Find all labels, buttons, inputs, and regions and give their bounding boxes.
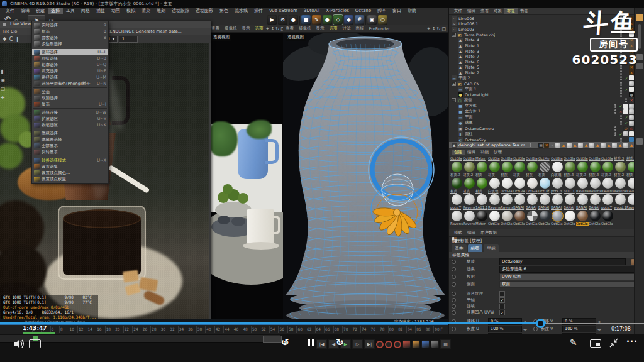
selection-field[interactable]: 多边形选集.6 (499, 266, 639, 273)
menubar-item-创建[interactable]: 创建 (33, 8, 48, 14)
environment-floor-icon[interactable]: # (355, 15, 364, 25)
timeline-ruler[interactable]: 0246810121416182022242628303234363840424… (0, 325, 448, 334)
frame-field[interactable] (263, 336, 282, 343)
samples-field[interactable]: 1 (119, 36, 138, 43)
tag-s-icon[interactable] (555, 143, 560, 148)
menubar-item-运动跟踪[interactable]: 运动跟踪 (169, 8, 192, 14)
object-row-立方体[interactable]: ■立方体✓ (449, 103, 635, 109)
dot-top[interactable] (530, 143, 531, 145)
material-label[interactable]: 材质 (513, 173, 526, 177)
material-label[interactable]: OctGla (488, 156, 501, 161)
lv-white-balance-icon[interactable]: ✚ (1, 95, 6, 101)
viewport-menu-选项[interactable]: 选项 (253, 26, 266, 31)
material-label[interactable]: pots.T (601, 206, 614, 210)
dot-bottom[interactable] (620, 95, 622, 97)
material-swatch[interactable] (589, 177, 601, 189)
material-label[interactable] (614, 222, 626, 226)
material-swatch[interactable] (463, 194, 475, 206)
viewport-perspective-left[interactable]: 查看摄像机显示选项+↕↻□ 透视视图 (209, 25, 284, 319)
menu-item-循环选择[interactable]: 循环选择U~L (32, 49, 108, 55)
video-progress-rest[interactable] (546, 323, 644, 324)
material-label[interactable]: OctGlo (576, 222, 589, 226)
attr-menu-编辑[interactable]: 编辑 (465, 230, 478, 236)
material-swatch[interactable] (450, 177, 463, 189)
material-label[interactable]: OctGla (526, 222, 538, 226)
object-row-立方体.1[interactable]: ■立方体.1✕ (449, 109, 635, 114)
material-label[interactable]: Mater (475, 222, 488, 226)
material-swatch[interactable] (614, 177, 626, 189)
lv-tool-icon-1[interactable]: ✱ (3, 36, 7, 42)
tag-x-icon[interactable]: ✕ (544, 143, 549, 148)
material-label[interactable]: BANAI (513, 206, 526, 210)
material-label[interactable]: OctGla (538, 222, 551, 226)
dot-top[interactable] (620, 76, 622, 78)
dot-bottom[interactable] (614, 129, 616, 131)
primitive-cube-icon[interactable]: ■ (301, 15, 311, 25)
material-label[interactable]: Ravens (463, 206, 475, 210)
record-button-0[interactable] (376, 341, 384, 348)
material-label[interactable]: 材质.3 (564, 173, 576, 177)
material-swatch[interactable] (538, 194, 551, 206)
material-swatch[interactable] (501, 161, 513, 173)
bump-checkbox[interactable]: ✓ (499, 310, 505, 315)
forward-30-button[interactable]: ↻30 (336, 337, 344, 348)
expand-toggle[interactable]: − (452, 33, 456, 37)
material-label[interactable]: pots.B (551, 189, 564, 194)
lv-focus-icon[interactable]: ◉ (1, 77, 6, 83)
menubar-item-工具[interactable]: 工具 (63, 8, 78, 14)
tab-坐标[interactable]: 坐标 (484, 244, 499, 252)
material-label[interactable]: 材质.2 (614, 173, 626, 177)
dot-top[interactable] (614, 126, 616, 128)
material-swatch[interactable] (589, 210, 601, 222)
attr-menu-模式[interactable]: 模式 (452, 230, 465, 236)
material-menu-创建[interactable]: 创建 (452, 150, 465, 155)
menubar-item-动画[interactable]: 动画 (108, 8, 123, 14)
material-label[interactable]: 1A01.1 (475, 206, 488, 210)
pip-icon[interactable] (590, 339, 601, 348)
pan-icon[interactable]: + (427, 25, 431, 33)
menubar-item-编辑[interactable]: 编辑 (18, 8, 33, 14)
material-swatch[interactable] (526, 161, 538, 173)
deformer-icon[interactable]: ◆ (344, 15, 353, 25)
menubar-item-渲染[interactable]: 渲染 (138, 8, 153, 14)
material-swatch[interactable] (551, 161, 564, 173)
dot-top[interactable] (614, 104, 616, 106)
material-swatch[interactable] (538, 210, 551, 222)
material-label[interactable]: OctGla (501, 222, 513, 226)
generator-subdiv-icon[interactable]: ● (323, 15, 332, 25)
material-swatch[interactable] (551, 210, 564, 222)
material-label[interactable]: OctGla (601, 222, 614, 226)
material-label[interactable]: OctGla (513, 189, 526, 194)
keyframe-toggle-3[interactable] (431, 340, 439, 348)
camera-tool-icon[interactable]: ▣ (367, 15, 377, 25)
tag-w-icon[interactable] (623, 104, 628, 109)
material-swatch[interactable] (538, 177, 551, 189)
material-label[interactable]: BANAI (526, 206, 538, 210)
material-label[interactable]: OctGla (450, 156, 463, 161)
material-label[interactable]: 材质 (526, 173, 538, 177)
tag-w-icon[interactable] (629, 75, 634, 80)
visibility-dots[interactable] (530, 143, 531, 147)
seamless-checkbox[interactable] (499, 304, 505, 309)
menubar-item-捕捉[interactable]: 捕捉 (93, 8, 108, 14)
tab-标签[interactable]: 标签 (468, 244, 483, 252)
material-label[interactable]: Ravens (450, 222, 463, 226)
menu-item-框选[interactable]: 框选0 (32, 28, 108, 35)
menu-item-全部显示[interactable]: 全部显示 (32, 143, 108, 149)
visibility-dots[interactable] (614, 109, 616, 114)
tag-s-icon[interactable] (629, 115, 634, 120)
tag-bl-icon[interactable] (629, 137, 634, 142)
record-button-1[interactable] (385, 341, 392, 348)
material-label[interactable]: 材质 (475, 189, 488, 194)
material-label[interactable]: BANAI (576, 206, 589, 210)
tag-d-icon[interactable]: – (550, 143, 555, 148)
mograph-array-icon[interactable]: ◇ (333, 15, 343, 25)
material-label[interactable]: OctGla (526, 156, 538, 161)
tag-o-icon[interactable]: ∅ (623, 126, 628, 131)
material-swatch[interactable] (526, 210, 538, 222)
object-row-平面.2[interactable]: ▭平面.2✓ (449, 75, 635, 81)
menubar-item-Vue xStream[interactable]: Vue xStream (266, 8, 301, 14)
material-label[interactable]: OctGlo (488, 222, 501, 226)
tag-s-icon[interactable] (629, 121, 634, 126)
material-swatch[interactable] (526, 177, 538, 189)
